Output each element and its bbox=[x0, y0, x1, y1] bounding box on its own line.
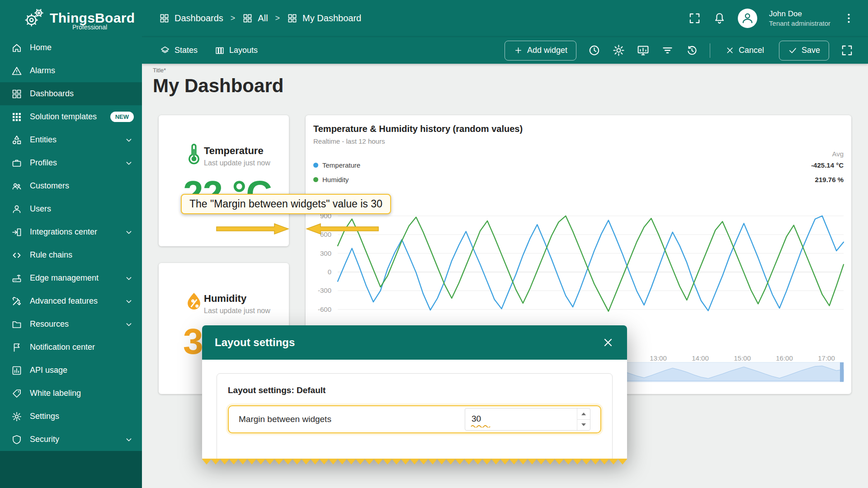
sidebar-item-label: API usage bbox=[30, 366, 134, 375]
dashboards-icon bbox=[287, 13, 297, 23]
svg-text:15:00: 15:00 bbox=[734, 354, 751, 362]
layout-settings-dialog: Layout settings Layout settings: Default… bbox=[202, 325, 627, 465]
sidebar-footer-area bbox=[0, 451, 142, 488]
add-widget-button[interactable]: Add widget bbox=[505, 41, 576, 61]
breadcrumb-label: Dashboards bbox=[175, 13, 223, 23]
notifications-bell-icon[interactable] bbox=[713, 12, 726, 25]
dashboard-toolbar: States Layouts Add widget Cancel bbox=[142, 37, 868, 64]
dialog-header: Layout settings bbox=[202, 325, 627, 360]
sidebar-item-users[interactable]: Users bbox=[0, 197, 142, 221]
chevron-down-icon bbox=[124, 296, 134, 306]
title-field-label: Title* bbox=[153, 67, 283, 74]
dashboard-settings-gear-icon[interactable] bbox=[612, 44, 625, 57]
sidebar-item-label: Dashboards bbox=[30, 89, 134, 99]
settings-icon bbox=[11, 411, 22, 422]
dialog-body: Layout settings: Default Margin between … bbox=[202, 360, 627, 459]
toolbar-fullscreen-icon[interactable] bbox=[840, 44, 854, 57]
number-spinner bbox=[577, 408, 590, 430]
breadcrumb-separator: > bbox=[275, 14, 280, 23]
sidebar-item-label: Resources bbox=[30, 319, 116, 329]
temperature-avg-value: -425.14 °C bbox=[811, 161, 844, 169]
legend-item-temperature[interactable]: Temperature bbox=[313, 161, 360, 169]
margin-between-widgets-field: Margin between widgets 30 bbox=[228, 405, 601, 433]
margin-input[interactable]: 30 bbox=[465, 408, 577, 430]
cancel-label: Cancel bbox=[739, 46, 764, 55]
home-icon bbox=[11, 42, 22, 53]
sidebar-item-integrations-center[interactable]: Integrations center bbox=[0, 221, 142, 244]
sidebar-item-white-labeling[interactable]: White labeling bbox=[0, 382, 142, 405]
svg-text:-600: -600 bbox=[318, 305, 331, 313]
svg-text:13:00: 13:00 bbox=[650, 354, 667, 362]
sidebar-item-edge-management[interactable]: Edge management bbox=[0, 267, 142, 290]
integrations-icon bbox=[11, 227, 22, 238]
time-window-clock-icon[interactable] bbox=[588, 44, 601, 57]
spinner-down-button[interactable] bbox=[577, 419, 590, 431]
sidebar-item-settings[interactable]: Settings bbox=[0, 405, 142, 428]
chevron-down-icon bbox=[124, 319, 134, 329]
states-icon bbox=[160, 46, 170, 56]
close-icon[interactable] bbox=[602, 336, 614, 349]
dashboards-icon bbox=[11, 89, 22, 99]
entities-icon bbox=[11, 135, 22, 145]
breadcrumb-label: All bbox=[258, 13, 268, 23]
states-button[interactable]: States bbox=[160, 46, 198, 56]
rule-chains-icon bbox=[11, 250, 22, 261]
cancel-button[interactable]: Cancel bbox=[722, 41, 768, 60]
close-icon bbox=[725, 46, 735, 55]
svg-text:17:00: 17:00 bbox=[818, 354, 835, 362]
sidebar-item-label: White labeling bbox=[30, 389, 134, 398]
sidebar-item-notification-center[interactable]: Notification center bbox=[0, 336, 142, 359]
sidebar-item-label: Customers bbox=[30, 181, 134, 191]
svg-text:-300: -300 bbox=[318, 286, 331, 294]
svg-text:16:00: 16:00 bbox=[776, 354, 793, 362]
solution-templates-icon bbox=[11, 112, 22, 122]
sidebar-item-dashboards[interactable]: Dashboards bbox=[0, 82, 142, 105]
new-badge: NEW bbox=[110, 112, 134, 122]
dashboard-title-input[interactable]: My Dashboard bbox=[153, 75, 283, 97]
spinner-up-button[interactable] bbox=[577, 408, 590, 419]
avatar[interactable] bbox=[738, 9, 757, 28]
margin-arrow-right-icon bbox=[216, 223, 289, 235]
humidity-widget-subtitle: Last update just now bbox=[204, 307, 270, 315]
sidebar-item-advanced-features[interactable]: Advanced features bbox=[0, 290, 142, 313]
sidebar-item-api-usage[interactable]: API usage bbox=[0, 359, 142, 382]
margin-number-input: 30 bbox=[465, 408, 590, 431]
sidebar-item-entities[interactable]: Entities bbox=[0, 128, 142, 151]
users-icon bbox=[11, 204, 22, 215]
sidebar-item-solution-templates[interactable]: Solution templates NEW bbox=[0, 105, 142, 128]
legend-item-humidity[interactable]: Humidity bbox=[313, 176, 349, 183]
top-header: Dashboards > All > My Dashboard John Doe… bbox=[142, 0, 868, 37]
sidebar-item-customers[interactable]: Customers bbox=[0, 174, 142, 197]
thermometer-icon bbox=[182, 142, 206, 166]
sidebar-item-label: Entities bbox=[30, 135, 116, 145]
sidebar-item-resources[interactable]: Resources bbox=[0, 313, 142, 336]
layouts-button[interactable]: Layouts bbox=[215, 46, 258, 56]
breadcrumb-item-dashboards[interactable]: Dashboards bbox=[159, 13, 223, 23]
margin-arrow-left-icon bbox=[306, 223, 379, 235]
filters-icon[interactable] bbox=[661, 44, 674, 57]
breadcrumb-label: My Dashboard bbox=[302, 13, 361, 23]
sidebar-item-security[interactable]: Security bbox=[0, 428, 142, 451]
sidebar-item-label: Edge management bbox=[30, 273, 116, 283]
toolbar-right: Add widget Cancel Save bbox=[505, 41, 854, 61]
humidity-widget-title: Humidity bbox=[204, 293, 246, 305]
thingsboard-logo[interactable]: ThingsBoard Professional bbox=[0, 0, 142, 36]
kebab-menu-icon[interactable] bbox=[842, 12, 855, 25]
version-history-icon[interactable] bbox=[685, 44, 698, 57]
breadcrumb-item-my-dashboard[interactable]: My Dashboard bbox=[287, 13, 361, 23]
breadcrumb-item-all[interactable]: All bbox=[242, 13, 268, 23]
save-button[interactable]: Save bbox=[779, 41, 829, 61]
thingsboard-app: ThingsBoard Professional Home Alarms Das… bbox=[0, 0, 868, 488]
sidebar-item-home[interactable]: Home bbox=[0, 36, 142, 59]
sidebar-item-label: Notification center bbox=[30, 343, 134, 352]
sidebar-item-rule-chains[interactable]: Rule chains bbox=[0, 244, 142, 267]
sidebar-item-alarms[interactable]: Alarms bbox=[0, 59, 142, 82]
entity-aliases-icon[interactable] bbox=[637, 44, 650, 57]
fullscreen-icon[interactable] bbox=[688, 12, 701, 25]
sidebar-item-profiles[interactable]: Profiles bbox=[0, 151, 142, 174]
sidebar-item-label: Rule chains bbox=[30, 250, 134, 260]
dashboards-icon bbox=[242, 13, 253, 23]
humidity-legend-dot bbox=[313, 177, 318, 182]
user-icon bbox=[741, 11, 755, 25]
layout-settings-card: Layout settings: Default Margin between … bbox=[217, 373, 613, 459]
